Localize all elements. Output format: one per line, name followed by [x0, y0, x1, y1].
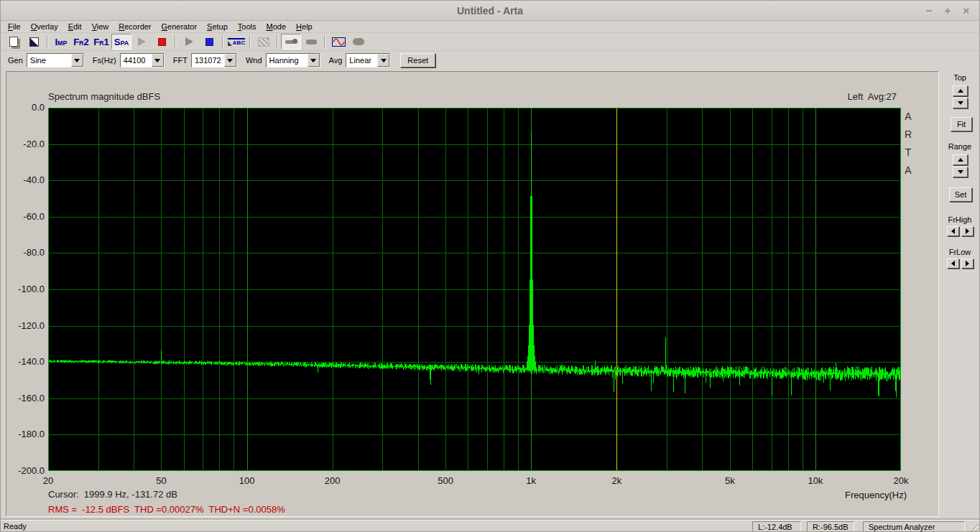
toolbar-separator	[222, 35, 223, 48]
top-down-button[interactable]	[953, 98, 968, 108]
menu-item-file[interactable]: File	[3, 22, 26, 32]
y-tick-label: -60.0	[6, 211, 45, 222]
sine-generator-button[interactable]	[328, 34, 348, 50]
right-level-field: R:-96.5dB	[807, 521, 854, 532]
spectrum-plot[interactable]	[48, 108, 901, 471]
status-message: Ready	[4, 522, 27, 531]
fr2-mode-button[interactable]: Fr2	[71, 34, 91, 50]
y-tick-label: -80.0	[6, 247, 45, 258]
resize-grip-icon[interactable]	[969, 522, 979, 532]
arrow-up-icon	[958, 158, 963, 162]
fft-value: 131072	[192, 54, 224, 67]
frhigh-left-button[interactable]	[947, 226, 959, 236]
record-play-button[interactable]	[131, 34, 152, 50]
fs-select[interactable]: 44100	[120, 53, 165, 67]
x-tick-label: 100	[239, 475, 255, 486]
app-window: Untitled - Arta − + × FileOverlayEditVie…	[0, 0, 980, 532]
toolbar-separator	[324, 35, 325, 48]
arrow-right-icon	[966, 261, 969, 266]
top-label: Top	[939, 73, 980, 82]
top-up-button[interactable]	[953, 85, 968, 96]
menu-item-tools[interactable]: Tools	[233, 22, 262, 32]
fs-label: Fs(Hz)	[93, 56, 116, 65]
imp-mode-icon: Imp	[55, 37, 67, 47]
y-tick-label: -180.0	[6, 429, 45, 439]
range-down-button[interactable]	[953, 167, 968, 177]
menu-item-edit[interactable]: Edit	[63, 22, 87, 32]
arrow-up-icon	[958, 89, 963, 93]
menu-item-help[interactable]: Help	[291, 22, 318, 32]
wnd-label: Wnd	[246, 56, 262, 65]
frhigh-right-button[interactable]	[961, 226, 974, 236]
fr1-mode-button[interactable]: Fr1	[91, 34, 111, 50]
frhigh-label: FrHigh	[939, 215, 980, 224]
hatched-disabled-icon	[258, 37, 269, 47]
abc-marker-button[interactable]: ABC	[226, 34, 246, 50]
fs-value: 44100	[121, 54, 152, 67]
close-icon[interactable]: ×	[963, 5, 969, 16]
toolbar-separator	[249, 35, 251, 48]
avg-select[interactable]: Linear	[346, 53, 390, 67]
menu-item-mode[interactable]: Mode	[262, 22, 292, 32]
generator-stop-icon	[205, 38, 213, 46]
fit-button[interactable]: Fit	[951, 117, 972, 131]
spa-mode-button[interactable]: Spa	[111, 34, 131, 50]
title-bar: Untitled - Arta − + ×	[1, 1, 979, 21]
generator-play-button[interactable]	[179, 34, 199, 50]
imp-mode-button[interactable]: Imp	[51, 34, 71, 50]
menu-item-overlay[interactable]: Overlay	[26, 22, 63, 32]
chevron-down-icon[interactable]	[308, 54, 320, 67]
left-level-field: L:-12.4dB	[752, 521, 801, 532]
record-icon	[158, 38, 166, 46]
chevron-down-icon[interactable]	[152, 54, 164, 67]
main-toolbar: Imp Fr2 Fr1 Spa ABC	[1, 33, 979, 51]
menu-item-setup[interactable]: Setup	[202, 22, 233, 32]
microphone-button[interactable]	[281, 34, 301, 50]
wnd-select[interactable]: Hanning	[266, 53, 320, 67]
record-button[interactable]	[152, 34, 172, 50]
toolbar-separator	[277, 35, 278, 48]
generator-stop-button[interactable]	[199, 34, 219, 50]
frlow-left-button[interactable]	[947, 258, 959, 269]
x-tick-label: 5k	[725, 475, 735, 486]
overlay-button[interactable]	[24, 34, 44, 50]
new-file-button[interactable]	[4, 34, 24, 50]
menu-item-view[interactable]: View	[87, 22, 114, 32]
gray-bar-icon	[306, 39, 317, 45]
chart-title: Spectrum magnitude dBFS	[48, 91, 160, 102]
gen-select[interactable]: Sine	[27, 53, 84, 67]
cursor-readout: Cursor: 1999.9 Hz, -131.72 dB	[48, 489, 177, 500]
range-up-button[interactable]	[953, 154, 968, 165]
menu-item-generator[interactable]: Generator	[157, 22, 203, 32]
x-tick-label: 10k	[808, 475, 823, 486]
fft-select[interactable]: 131072	[191, 53, 237, 67]
y-tick-label: -200.0	[6, 465, 45, 476]
fr1-mode-icon: Fr1	[93, 37, 109, 47]
menu-bar: FileOverlayEditViewRecorderGeneratorSetu…	[1, 21, 979, 33]
chevron-down-icon[interactable]	[71, 54, 83, 67]
scaling-button[interactable]	[254, 34, 274, 50]
set-button[interactable]: Set	[949, 187, 972, 202]
frlow-right-button[interactable]	[961, 258, 974, 269]
x-tick-label: 20k	[894, 475, 909, 486]
reset-button[interactable]: Reset	[400, 53, 435, 67]
x-tick-label: 500	[438, 475, 453, 486]
right-control-panel: Top Fit Range Set FrHigh FrLow	[939, 70, 980, 520]
level-bar-button[interactable]	[301, 34, 321, 50]
signal-pill-button[interactable]	[348, 34, 369, 50]
window-title: Untitled - Arta	[1, 5, 979, 17]
microphone-icon	[285, 39, 297, 45]
maximize-icon[interactable]: +	[944, 5, 951, 16]
main-area: Spectrum magnitude dBFS Left Avg:27 A R …	[1, 70, 979, 520]
menu-item-recorder[interactable]: Recorder	[114, 22, 156, 32]
fft-label: FFT	[173, 56, 188, 65]
arrow-down-icon	[958, 170, 963, 174]
frlow-label: FrLow	[939, 248, 980, 256]
chevron-down-icon[interactable]	[377, 54, 389, 67]
arrow-down-icon	[958, 101, 963, 105]
minimize-icon[interactable]: −	[926, 5, 933, 16]
gray-pill-icon	[353, 38, 364, 45]
arta-watermark: A R T A	[902, 108, 914, 179]
chevron-down-icon[interactable]	[224, 54, 236, 67]
arrow-left-icon	[951, 228, 955, 234]
